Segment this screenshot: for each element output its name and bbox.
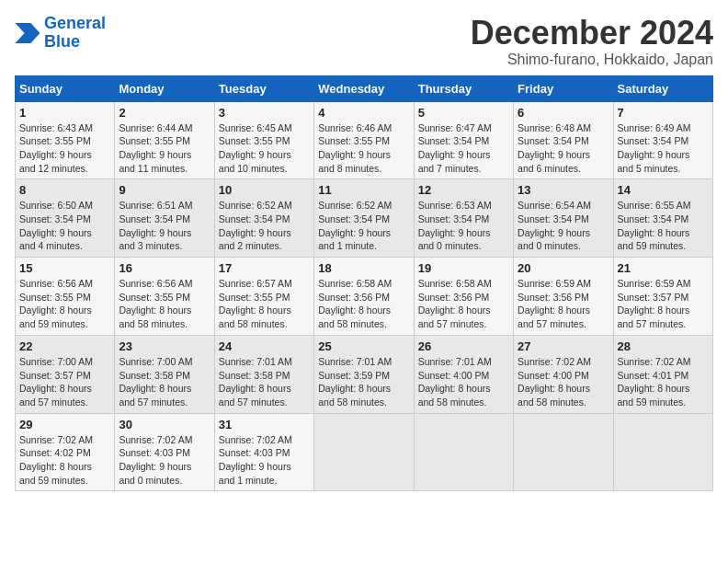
- calendar-day-cell: 1Sunrise: 6:43 AM Sunset: 3:55 PM Daylig…: [16, 101, 115, 179]
- empty-cell: [414, 413, 513, 491]
- calendar-day-cell: 2Sunrise: 6:44 AM Sunset: 3:55 PM Daylig…: [115, 101, 214, 179]
- calendar-day-cell: 7Sunrise: 6:49 AM Sunset: 3:54 PM Daylig…: [613, 101, 712, 179]
- day-info: Sunrise: 6:55 AM Sunset: 3:54 PM Dayligh…: [618, 199, 709, 253]
- day-info: Sunrise: 6:46 AM Sunset: 3:55 PM Dayligh…: [318, 121, 409, 176]
- day-number: 20: [518, 261, 609, 275]
- calendar-day-cell: 30Sunrise: 7:02 AM Sunset: 4:03 PM Dayli…: [115, 413, 214, 491]
- day-number: 28: [618, 339, 709, 353]
- weekday-header-cell: Wednesday: [314, 75, 414, 101]
- day-info: Sunrise: 6:44 AM Sunset: 3:55 PM Dayligh…: [119, 121, 210, 176]
- day-info: Sunrise: 7:00 AM Sunset: 3:57 PM Dayligh…: [19, 355, 110, 409]
- calendar-day-cell: 25Sunrise: 7:01 AM Sunset: 3:59 PM Dayli…: [314, 335, 414, 413]
- day-info: Sunrise: 7:02 AM Sunset: 4:00 PM Dayligh…: [518, 355, 609, 409]
- day-info: Sunrise: 7:00 AM Sunset: 3:58 PM Dayligh…: [119, 355, 210, 409]
- day-info: Sunrise: 6:47 AM Sunset: 3:54 PM Dayligh…: [418, 121, 509, 176]
- day-info: Sunrise: 6:45 AM Sunset: 3:55 PM Dayligh…: [219, 121, 310, 176]
- calendar-day-cell: 12Sunrise: 6:53 AM Sunset: 3:54 PM Dayli…: [414, 179, 513, 258]
- calendar-day-cell: 31Sunrise: 7:02 AM Sunset: 4:03 PM Dayli…: [214, 413, 313, 491]
- day-info: Sunrise: 7:01 AM Sunset: 3:59 PM Dayligh…: [318, 355, 409, 409]
- day-number: 17: [219, 261, 310, 275]
- calendar-day-cell: 28Sunrise: 7:02 AM Sunset: 4:01 PM Dayli…: [613, 335, 712, 413]
- logo: General Blue: [15, 15, 106, 52]
- calendar-week-row: 29Sunrise: 7:02 AM Sunset: 4:02 PM Dayli…: [16, 413, 713, 491]
- day-number: 21: [618, 261, 709, 275]
- day-number: 30: [119, 418, 210, 431]
- calendar-day-cell: 26Sunrise: 7:01 AM Sunset: 4:00 PM Dayli…: [414, 335, 513, 413]
- day-info: Sunrise: 7:01 AM Sunset: 4:00 PM Dayligh…: [418, 355, 509, 409]
- day-info: Sunrise: 6:58 AM Sunset: 3:56 PM Dayligh…: [418, 277, 509, 331]
- day-number: 7: [618, 106, 709, 120]
- day-number: 9: [119, 183, 210, 197]
- day-info: Sunrise: 6:58 AM Sunset: 3:56 PM Dayligh…: [318, 277, 409, 331]
- calendar-week-row: 22Sunrise: 7:00 AM Sunset: 3:57 PM Dayli…: [16, 335, 713, 413]
- day-number: 8: [19, 183, 110, 197]
- weekday-header-cell: Monday: [115, 75, 214, 101]
- weekday-header-row: SundayMondayTuesdayWednesdayThursdayFrid…: [16, 75, 713, 101]
- day-info: Sunrise: 6:50 AM Sunset: 3:54 PM Dayligh…: [19, 199, 110, 253]
- page-header: General Blue December 2024 Shimo-furano,…: [15, 15, 713, 68]
- empty-cell: [514, 413, 613, 491]
- day-number: 3: [219, 106, 310, 120]
- day-number: 6: [518, 106, 609, 120]
- day-number: 29: [19, 418, 110, 431]
- calendar-day-cell: 5Sunrise: 6:47 AM Sunset: 3:54 PM Daylig…: [414, 101, 513, 179]
- day-number: 15: [19, 261, 110, 275]
- empty-cell: [613, 413, 712, 491]
- day-number: 24: [219, 339, 310, 353]
- day-number: 2: [119, 106, 210, 120]
- calendar-day-cell: 8Sunrise: 6:50 AM Sunset: 3:54 PM Daylig…: [16, 179, 115, 258]
- day-number: 12: [418, 183, 509, 197]
- calendar-day-cell: 20Sunrise: 6:59 AM Sunset: 3:56 PM Dayli…: [514, 258, 613, 336]
- day-info: Sunrise: 6:53 AM Sunset: 3:54 PM Dayligh…: [418, 199, 509, 253]
- day-info: Sunrise: 6:59 AM Sunset: 3:57 PM Dayligh…: [618, 277, 709, 331]
- calendar-week-row: 8Sunrise: 6:50 AM Sunset: 3:54 PM Daylig…: [16, 179, 713, 258]
- month-title: December 2024: [471, 15, 713, 52]
- calendar-day-cell: 16Sunrise: 6:56 AM Sunset: 3:55 PM Dayli…: [115, 258, 214, 336]
- title-area: December 2024 Shimo-furano, Hokkaido, Ja…: [471, 15, 713, 68]
- day-number: 18: [318, 261, 409, 275]
- day-info: Sunrise: 6:56 AM Sunset: 3:55 PM Dayligh…: [19, 277, 110, 331]
- calendar-day-cell: 6Sunrise: 6:48 AM Sunset: 3:54 PM Daylig…: [514, 101, 613, 179]
- calendar-day-cell: 27Sunrise: 7:02 AM Sunset: 4:00 PM Dayli…: [514, 335, 613, 413]
- calendar-day-cell: 17Sunrise: 6:57 AM Sunset: 3:55 PM Dayli…: [214, 258, 313, 336]
- calendar-table: SundayMondayTuesdayWednesdayThursdayFrid…: [15, 75, 713, 492]
- calendar-day-cell: 22Sunrise: 7:00 AM Sunset: 3:57 PM Dayli…: [16, 335, 115, 413]
- day-info: Sunrise: 6:52 AM Sunset: 3:54 PM Dayligh…: [318, 199, 409, 253]
- day-number: 4: [318, 106, 409, 120]
- day-info: Sunrise: 7:02 AM Sunset: 4:01 PM Dayligh…: [618, 355, 709, 409]
- day-number: 13: [518, 183, 609, 197]
- day-info: Sunrise: 6:48 AM Sunset: 3:54 PM Dayligh…: [518, 121, 609, 176]
- day-number: 14: [618, 183, 709, 197]
- calendar-day-cell: 15Sunrise: 6:56 AM Sunset: 3:55 PM Dayli…: [16, 258, 115, 336]
- logo-text: General Blue: [44, 15, 106, 52]
- day-number: 16: [119, 261, 210, 275]
- calendar-day-cell: 14Sunrise: 6:55 AM Sunset: 3:54 PM Dayli…: [613, 179, 712, 258]
- day-number: 22: [19, 339, 110, 353]
- day-info: Sunrise: 6:56 AM Sunset: 3:55 PM Dayligh…: [119, 277, 210, 331]
- day-number: 23: [119, 339, 210, 353]
- calendar-day-cell: 29Sunrise: 7:02 AM Sunset: 4:02 PM Dayli…: [16, 413, 115, 491]
- day-number: 25: [318, 339, 409, 353]
- day-info: Sunrise: 7:01 AM Sunset: 3:58 PM Dayligh…: [219, 355, 310, 409]
- calendar-day-cell: 3Sunrise: 6:45 AM Sunset: 3:55 PM Daylig…: [214, 101, 313, 179]
- day-info: Sunrise: 6:52 AM Sunset: 3:54 PM Dayligh…: [219, 199, 310, 253]
- weekday-header-cell: Thursday: [414, 75, 513, 101]
- empty-cell: [314, 413, 414, 491]
- day-number: 11: [318, 183, 409, 197]
- location-subtitle: Shimo-furano, Hokkaido, Japan: [471, 52, 713, 68]
- calendar-day-cell: 23Sunrise: 7:00 AM Sunset: 3:58 PM Dayli…: [115, 335, 214, 413]
- day-number: 10: [219, 183, 310, 197]
- calendar-day-cell: 24Sunrise: 7:01 AM Sunset: 3:58 PM Dayli…: [214, 335, 313, 413]
- calendar-day-cell: 4Sunrise: 6:46 AM Sunset: 3:55 PM Daylig…: [314, 101, 414, 179]
- logo-icon: [15, 23, 40, 43]
- weekday-header-cell: Tuesday: [214, 75, 313, 101]
- calendar-week-row: 15Sunrise: 6:56 AM Sunset: 3:55 PM Dayli…: [16, 258, 713, 336]
- day-number: 19: [418, 261, 509, 275]
- weekday-header-cell: Sunday: [16, 75, 115, 101]
- calendar-body: 1Sunrise: 6:43 AM Sunset: 3:55 PM Daylig…: [16, 101, 713, 491]
- day-info: Sunrise: 7:02 AM Sunset: 4:02 PM Dayligh…: [19, 433, 110, 488]
- day-info: Sunrise: 6:43 AM Sunset: 3:55 PM Dayligh…: [19, 121, 110, 176]
- day-number: 26: [418, 339, 509, 353]
- calendar-day-cell: 10Sunrise: 6:52 AM Sunset: 3:54 PM Dayli…: [214, 179, 313, 258]
- calendar-week-row: 1Sunrise: 6:43 AM Sunset: 3:55 PM Daylig…: [16, 101, 713, 179]
